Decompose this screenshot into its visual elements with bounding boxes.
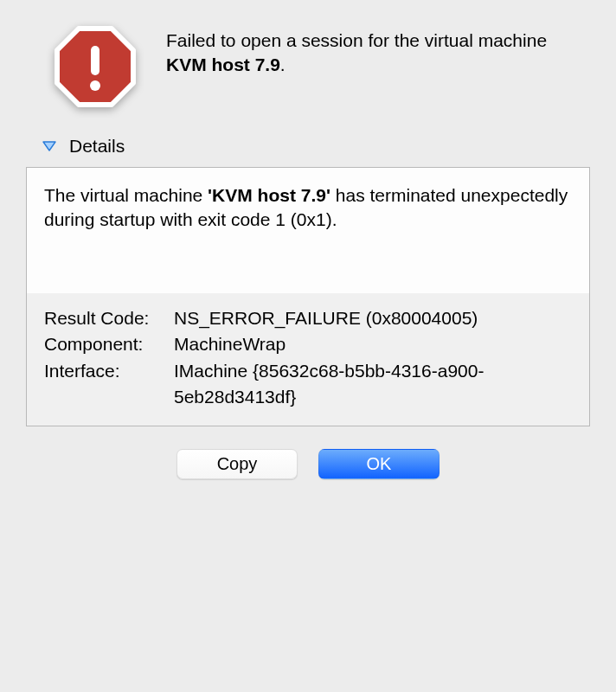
- row-component: Component: MachineWrap: [44, 331, 572, 357]
- row-interface: Interface: IMachine {85632c68-b5bb-4316-…: [44, 358, 572, 411]
- label-interface: Interface:: [44, 358, 174, 411]
- copy-button[interactable]: Copy: [176, 449, 298, 479]
- row-result-code: Result Code: NS_ERROR_FAILURE (0x8000400…: [44, 305, 572, 331]
- details-msg-machine: 'KVM host 7.9': [208, 185, 330, 205]
- details-table: Result Code: NS_ERROR_FAILURE (0x8000400…: [27, 293, 589, 426]
- svg-marker-3: [43, 142, 55, 151]
- error-stop-icon: [52, 23, 138, 110]
- svg-rect-1: [91, 46, 99, 75]
- value-result-code: NS_ERROR_FAILURE (0x80004005): [174, 305, 572, 331]
- label-component: Component:: [44, 331, 174, 357]
- details-msg-prefix: The virtual machine: [44, 185, 208, 205]
- value-component: MachineWrap: [174, 331, 572, 357]
- details-message: The virtual machine 'KVM host 7.9' has t…: [44, 183, 572, 233]
- dialog-title: Failed to open a session for the virtual…: [166, 22, 590, 78]
- details-toggle[interactable]: Details: [42, 136, 590, 157]
- ok-button[interactable]: OK: [318, 449, 440, 479]
- disclosure-triangle-icon: [42, 138, 57, 154]
- label-result-code: Result Code:: [44, 305, 174, 331]
- svg-point-2: [90, 80, 100, 91]
- value-interface: IMachine {85632c68-b5bb-4316-a900-5eb28d…: [174, 358, 572, 411]
- dialog-header: Failed to open a session for the virtual…: [26, 22, 590, 110]
- details-toggle-label: Details: [69, 136, 125, 157]
- button-row: Copy OK: [26, 449, 590, 479]
- title-suffix: .: [280, 54, 286, 74]
- error-dialog: Failed to open a session for the virtual…: [0, 0, 616, 505]
- title-machine-name: KVM host 7.9: [166, 54, 280, 74]
- details-panel: The virtual machine 'KVM host 7.9' has t…: [26, 167, 590, 426]
- title-prefix: Failed to open a session for the virtual…: [166, 30, 547, 50]
